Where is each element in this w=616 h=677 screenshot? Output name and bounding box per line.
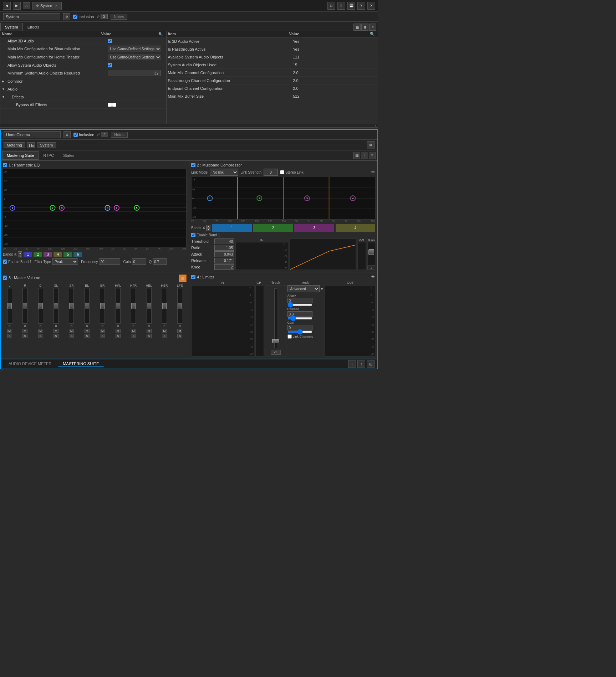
select-hometheater[interactable]: Use Game-Defined Settings (108, 54, 161, 60)
checkbox-3daudio[interactable] (108, 39, 112, 43)
back-button[interactable]: ◀ (3, 2, 11, 10)
mbc-enable-checkbox[interactable] (191, 163, 195, 167)
fader-C-thumb[interactable] (39, 303, 43, 309)
system-tab[interactable]: ⚙ System ✕ (32, 2, 62, 10)
fader-HBR-mute[interactable]: M (162, 329, 167, 333)
eq-freq-input[interactable] (99, 258, 120, 265)
fader-R-thumb[interactable] (23, 303, 27, 309)
fader-SR-track[interactable] (69, 288, 74, 324)
tree-row-audio[interactable]: ▼ Audio (0, 85, 166, 93)
fader-HBR-thumb[interactable] (162, 303, 167, 309)
lim-link-checkbox[interactable] (287, 334, 292, 339)
mbc-band-1-btn[interactable]: 1 (212, 224, 251, 232)
bottom-icon-1[interactable]: ↓ (348, 360, 356, 368)
eq-q-input[interactable] (153, 258, 167, 265)
fader-BR-solo[interactable]: S (100, 334, 105, 338)
system-btn[interactable]: System (37, 142, 56, 148)
system-icon-btn[interactable]: ⚙ (63, 13, 70, 20)
fader-R-mute[interactable]: M (22, 329, 27, 333)
forward-button[interactable]: ▶ (13, 2, 21, 10)
eq-bands-up[interactable]: ▲ (18, 251, 22, 254)
mbc-band-4-btn[interactable]: 4 (336, 224, 375, 232)
fader-BR-mute[interactable]: M (100, 329, 105, 333)
eq-gain-input[interactable] (132, 258, 146, 265)
fader-HBL-solo[interactable]: S (147, 334, 152, 338)
eq-band-3-btn[interactable]: 3 (44, 252, 52, 257)
fader-SL-thumb[interactable] (54, 303, 58, 309)
eq-enable-checkbox[interactable] (3, 163, 7, 167)
fader-SL-solo[interactable]: S (54, 334, 58, 338)
checkbox-sysaudio[interactable] (108, 63, 112, 67)
tree-row-effects[interactable]: ▼ Effects (0, 93, 166, 101)
bottom-icon-2[interactable]: ↑ (357, 360, 365, 368)
tab-mastering-suite[interactable]: Mastering Suite (2, 151, 39, 160)
fader-L-mute[interactable]: M (7, 329, 12, 333)
inclusion-checkbox[interactable] (73, 15, 77, 19)
fader-L-track[interactable] (7, 288, 12, 324)
hc-title-input[interactable] (4, 131, 61, 138)
fader-R-solo[interactable]: S (22, 334, 27, 338)
save-btn[interactable]: 💾 (347, 2, 355, 10)
fader-HBL-mute[interactable]: M (147, 329, 152, 333)
fader-HBL-track[interactable] (147, 288, 152, 324)
fader-HFL-track[interactable] (116, 288, 121, 324)
system-tab-close[interactable]: ✕ (55, 4, 58, 7)
checkbox-bypass[interactable] (108, 103, 112, 107)
mbc-linkstrength-input[interactable] (264, 169, 278, 176)
eq-bands-down[interactable]: ▼ (18, 255, 22, 257)
fader-L-thumb[interactable] (7, 303, 12, 309)
fader-HFR-track[interactable] (131, 288, 136, 324)
fader-BL-track[interactable] (85, 288, 90, 324)
fader-SR-mute[interactable]: M (69, 329, 74, 333)
fader-BR-thumb[interactable] (100, 303, 105, 309)
metering-btn[interactable]: Metering (4, 142, 25, 148)
eq-enable-band-checkbox[interactable] (3, 260, 7, 264)
fader-HFL-thumb[interactable] (116, 303, 120, 309)
suite-grid-btn[interactable]: ▦ (353, 152, 360, 159)
tab-effects[interactable]: Effects (23, 23, 44, 31)
eq-filtertype-select[interactable]: Peak Low Shelf High Shelf (52, 258, 78, 265)
fader-SL-track[interactable] (54, 288, 58, 324)
eq-band-4-btn[interactable]: 4 (54, 252, 62, 257)
fader-BL-thumb[interactable] (85, 303, 89, 309)
metering-icon-btn[interactable] (27, 142, 35, 148)
mbc-release-input[interactable] (214, 258, 234, 263)
fader-C-track[interactable] (38, 288, 43, 324)
fader-SR-solo[interactable]: S (69, 334, 74, 338)
info-search-icon[interactable]: 🔍 (370, 32, 376, 36)
close-btn[interactable]: ✕ (367, 2, 375, 10)
expand-common[interactable]: ▶ (2, 80, 6, 83)
fader-SR-thumb[interactable] (69, 303, 73, 309)
fader-HFR-thumb[interactable] (131, 303, 136, 309)
lim-mode-select[interactable]: Advanced Standard (287, 285, 320, 292)
hc-inclusion-checkbox[interactable] (73, 133, 78, 137)
input-minsysobj[interactable] (108, 70, 161, 76)
eq-band-5-btn[interactable]: 5 (63, 252, 72, 257)
bottom-icon-3[interactable]: ⊞ (367, 360, 375, 368)
expand-audio[interactable]: ▼ (2, 87, 6, 91)
tree-search-icon[interactable]: 🔍 (158, 32, 165, 36)
fader-R-track[interactable] (22, 288, 27, 324)
lim-eye-icon[interactable]: 👁 (371, 275, 375, 279)
fader-HFR-mute[interactable]: M (131, 329, 136, 333)
tab-states[interactable]: States (58, 151, 79, 160)
lim-enable-checkbox[interactable] (191, 275, 195, 279)
mbc-bands-up[interactable]: ▲ (206, 225, 210, 228)
pause-view-btn[interactable]: ⏸ (361, 24, 368, 31)
lim-release-slider[interactable] (287, 317, 312, 319)
fader-HBR-solo[interactable]: S (162, 334, 167, 338)
fader-LFE-solo[interactable]: S (177, 334, 182, 338)
checkbox-bypass2[interactable] (112, 103, 116, 107)
fader-HBL-thumb[interactable] (147, 303, 151, 309)
system-title-input[interactable] (3, 13, 60, 20)
fader-LFE-thumb[interactable] (178, 303, 182, 309)
mv-enable-checkbox[interactable] (3, 276, 7, 280)
bottom-tab-mastering[interactable]: MASTERING SUITE (58, 361, 104, 367)
mbc-band-3-btn[interactable]: 3 (294, 224, 334, 232)
fader-HFL-mute[interactable]: M (116, 329, 121, 333)
mbc-gain-fader-thumb[interactable] (368, 249, 374, 255)
select-binaural[interactable]: Use Game-Defined Settings (108, 46, 161, 52)
tab-system[interactable]: System (0, 23, 23, 31)
mbc-thresh-input[interactable] (214, 239, 234, 244)
eq-band-2-btn[interactable]: 2 (34, 252, 42, 257)
